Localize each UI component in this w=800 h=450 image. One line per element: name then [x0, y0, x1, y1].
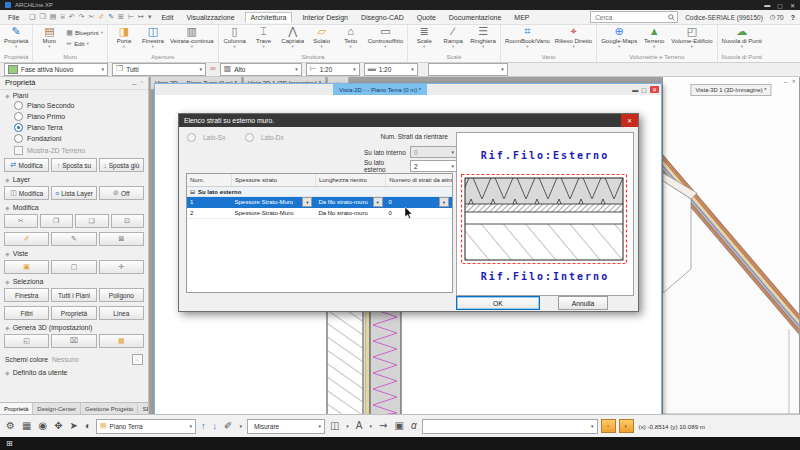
- collapse-icon[interactable]: ⊟: [190, 188, 195, 195]
- column-header[interactable]: Numero di strati da attraversare: [386, 174, 452, 186]
- pan-icon[interactable]: ✥: [52, 418, 64, 434]
- ribbon-roombook-button[interactable]: ⌗ RoomBook/Vano ▾: [503, 24, 552, 53]
- cut-icon[interactable]: ✂: [88, 13, 94, 21]
- alpha-icon[interactable]: α: [409, 418, 419, 434]
- save-icon[interactable]: ▤: [50, 13, 57, 21]
- edit-tool-icon[interactable]: ✐: [222, 418, 234, 434]
- section-piani[interactable]: ◈ Piani: [0, 90, 148, 100]
- refresh-3d-icon[interactable]: ◉: [36, 418, 49, 434]
- paste-tool-button[interactable]: ❏: [75, 214, 109, 228]
- scala-combo-2[interactable]: ▬ 1:20 ▾: [364, 63, 418, 76]
- apps-grid-icon[interactable]: ▦: [20, 418, 33, 434]
- close-icon[interactable]: ✕: [792, 78, 796, 84]
- brush-icon[interactable]: ✐: [98, 13, 104, 21]
- snap-toggle-button[interactable]: ▫: [601, 419, 616, 433]
- close-icon[interactable]: ✕: [790, 2, 795, 9]
- chevron-down-icon[interactable]: ▾: [148, 13, 152, 21]
- alto-combo[interactable]: ▩ Alto ▾: [220, 63, 302, 76]
- ribbon-muro-button[interactable]: ▤ Muro ▾: [35, 24, 63, 53]
- view-box-button[interactable]: ▢: [51, 260, 96, 274]
- piano-combo[interactable]: ▤ Piano Terra ▾: [96, 419, 196, 434]
- radio-lato-sx[interactable]: Lato-Sx: [187, 133, 225, 142]
- dialog-titlebar[interactable]: Elenco strati su esterno muro. ✕: [179, 114, 638, 127]
- search-box[interactable]: [590, 11, 678, 23]
- su-lato-interno-combo[interactable]: 0 ▾: [410, 146, 458, 158]
- chevron-down-icon[interactable]: ▾: [368, 418, 375, 434]
- minimize-icon[interactable]: ▬: [632, 87, 638, 93]
- menu-edit[interactable]: Edit: [158, 13, 176, 22]
- checkbox-mostra-2d-terreno[interactable]: Mostra-2D Terreno: [0, 144, 148, 156]
- menu-mep[interactable]: MEP: [511, 13, 532, 22]
- genera-3d-button-2[interactable]: ⌧: [51, 334, 96, 348]
- menu-visualizzazione[interactable]: Visualizzazione: [183, 13, 237, 22]
- ribbon-solaio-button[interactable]: ▱ Solaio ▾: [308, 24, 336, 53]
- windows-start-icon[interactable]: ⊞: [6, 440, 13, 448]
- scala-combo-1[interactable]: ⊢ 1:20 ▾: [306, 63, 360, 76]
- modifica-layer-button[interactable]: ◫ Modifica: [4, 186, 49, 200]
- section-viste[interactable]: ◈ Viste: [0, 248, 148, 258]
- section-definito-da-utente[interactable]: ◈ Definito da utente: [0, 367, 148, 377]
- ribbon-trave-button[interactable]: ⌶ Trave ▾: [250, 24, 278, 53]
- sposta-giu-button[interactable]: ↓ Sposta giù: [99, 158, 144, 172]
- collapse-icon[interactable]: ▫: [141, 79, 143, 86]
- chevron-down-icon[interactable]: ▾: [344, 418, 351, 434]
- genera-3d-button-3[interactable]: ▩: [99, 334, 144, 348]
- arrow-icon[interactable]: ↦: [138, 13, 144, 21]
- ribbon-blueprint-button[interactable]: ▦ Blueprint ▾: [66, 29, 103, 37]
- ribbon-volume-button[interactable]: ◰ Volume-Edificio ▾: [669, 24, 714, 53]
- ok-button[interactable]: OK: [456, 296, 540, 310]
- new-icon[interactable]: ❑: [29, 13, 35, 21]
- menu-documentazione[interactable]: Documentazione: [446, 13, 505, 22]
- filtro-combo[interactable]: ❒ Tutti ▾: [112, 63, 206, 76]
- grid-toggle-button[interactable]: ◐: [619, 419, 634, 433]
- menu-file[interactable]: File: [5, 13, 22, 22]
- ribbon-capriata-button[interactable]: ⋀ Capriata ▾: [279, 24, 307, 53]
- fase-attiva-combo[interactable]: Fase attiva Nuovo ▾: [4, 63, 108, 76]
- ribbon-rilievo-button[interactable]: ⌖ Rilievo Diretto ▾: [553, 24, 594, 53]
- chevron-down-icon[interactable]: ▾: [439, 197, 449, 207]
- floor-down-button[interactable]: ↓: [210, 421, 219, 431]
- chevron-down-icon[interactable]: ▾: [237, 418, 244, 434]
- ribbon-scale-button[interactable]: ≣ Scale ▾: [410, 24, 438, 53]
- ribbon-tetto-button[interactable]: ⌂ Tetto ▾: [337, 24, 365, 53]
- column-header[interactable]: Lunghezza rientro: [316, 174, 386, 186]
- help-button[interactable]: ?: [791, 14, 795, 21]
- radio-piano-secondo[interactable]: Piano Secondo: [0, 100, 148, 111]
- layer-off-button[interactable]: ⊘ Off: [99, 186, 144, 200]
- misurare-combo[interactable]: Misurare ▾: [247, 419, 325, 434]
- panel-3d-title-tab[interactable]: Vista-3D 1 (3D-Immagine) *: [690, 84, 771, 96]
- maximize-icon[interactable]: ▢: [777, 2, 783, 9]
- radio-fondazioni[interactable]: Fondazioni: [0, 133, 148, 144]
- ruler-icon[interactable]: ⊢: [128, 13, 134, 21]
- seleziona-filtri-button[interactable]: Filtri: [4, 306, 49, 320]
- ribbon-edit-button[interactable]: ✏ Edit ▾: [66, 40, 103, 48]
- su-lato-esterno-combo[interactable]: 2 ▾: [410, 160, 458, 172]
- copy-tool-button[interactable]: ❐: [40, 214, 74, 228]
- seleziona-poligono-button[interactable]: Poligono: [99, 288, 144, 302]
- gear-icon[interactable]: ⚙: [4, 418, 17, 434]
- undo-icon[interactable]: ↶: [69, 13, 75, 21]
- table-group-row[interactable]: ⊟ Su lato esterno: [187, 187, 452, 197]
- pencil-tool-button[interactable]: ✎: [51, 232, 96, 246]
- pin-icon[interactable]: ⚊: [131, 79, 136, 86]
- schemi-colore-row[interactable]: Schemi colore Nessuno ▫: [0, 350, 148, 367]
- chevron-down-icon[interactable]: ▾: [302, 197, 312, 207]
- seleziona-proprieta-button[interactable]: Proprietà: [51, 306, 96, 320]
- redo-icon[interactable]: ↷: [79, 13, 85, 21]
- cut-tool-button[interactable]: ✂: [4, 214, 38, 228]
- cancel-button[interactable]: Annulla: [558, 296, 608, 310]
- grid-icon[interactable]: ⊞: [118, 13, 124, 21]
- ribbon-colonna-button[interactable]: ▯ Colonna ▾: [221, 24, 249, 53]
- link-icon[interactable]: ∞: [210, 64, 216, 74]
- menu-disegno-cad[interactable]: Disegno-CAD: [358, 13, 407, 22]
- seleziona-finestra-button[interactable]: Finestra: [4, 288, 49, 302]
- select-cursor-icon[interactable]: ➤: [68, 418, 80, 434]
- chevron-down-icon[interactable]: ▾: [373, 197, 383, 207]
- ribbon-proprieta-button[interactable]: ✎ Proprietà ▾: [2, 24, 30, 53]
- menu-interior-design[interactable]: Interior Design: [299, 13, 351, 22]
- section-genera-3d[interactable]: ◈ Genera 3D (impostazioni): [0, 322, 148, 332]
- maximize-icon[interactable]: ▢: [641, 86, 647, 93]
- ribbon-ringhiera-button[interactable]: ☰ Ringhiera ▾: [468, 24, 498, 53]
- minimize-icon[interactable]: ▬: [764, 2, 770, 9]
- command-input-combo[interactable]: ▾: [422, 419, 598, 434]
